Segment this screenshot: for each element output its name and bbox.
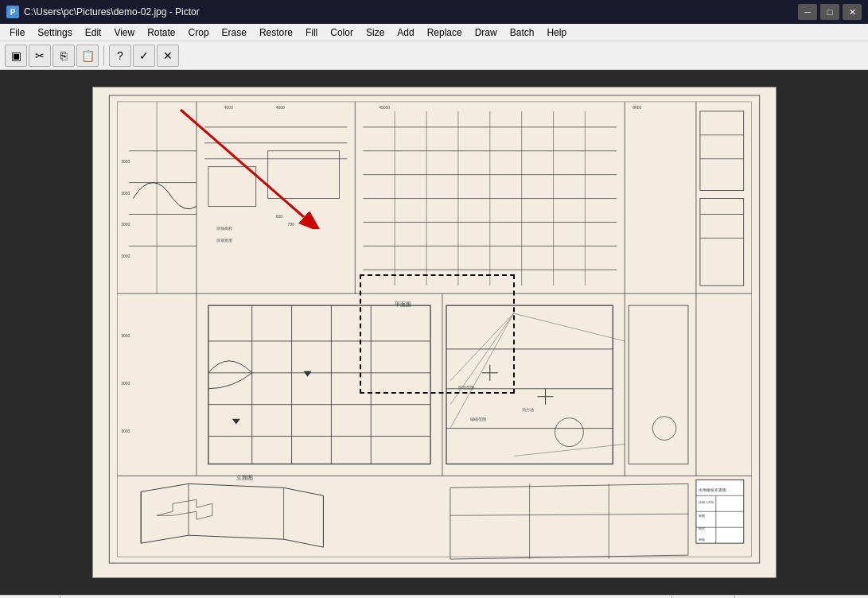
svg-text:坝顶高程: 坝顶高程: [215, 226, 232, 231]
title-text: C:\Users\pc\Pictures\demo-02.jpg - Picto…: [24, 6, 200, 17]
menu-item-restore[interactable]: Restore: [253, 24, 299, 41]
svg-text:审核: 审核: [698, 538, 704, 542]
minimize-button[interactable]: ─: [798, 4, 817, 20]
menu-item-settings[interactable]: Settings: [31, 24, 78, 41]
tool-btn-copy[interactable]: ⎘: [53, 45, 75, 67]
menu-item-fill[interactable]: Fill: [299, 24, 324, 41]
svg-text:3000: 3000: [121, 381, 130, 386]
tool-btn-paste[interactable]: 📋: [76, 45, 99, 67]
svg-text:水闸枢纽布置图: 水闸枢纽布置图: [698, 487, 726, 492]
tool-btn-cut[interactable]: ✂: [29, 45, 51, 67]
svg-text:4000: 4000: [224, 105, 232, 110]
svg-text:比例 1:200: 比例 1:200: [698, 500, 714, 504]
blueprint-image: 水闸枢纽布置图 比例 1:200 制图 校对 审核 平面图 立面图 3000 3…: [93, 87, 776, 577]
tool-btn-cancel[interactable]: ✕: [157, 45, 179, 67]
maximize-button[interactable]: □: [820, 4, 839, 20]
svg-text:校对: 校对: [697, 526, 704, 530]
toolbar: ▣✂⎘📋?✓✕: [0, 41, 868, 70]
svg-rect-0: [93, 87, 775, 577]
svg-text:8000: 8000: [633, 105, 641, 110]
tool-btn-check[interactable]: ✓: [133, 45, 155, 67]
svg-text:3000: 3000: [121, 429, 130, 433]
menu-bar: FileSettingsEditViewRotateCropEraseResto…: [0, 24, 868, 41]
menu-item-erase[interactable]: Erase: [216, 24, 253, 41]
image-container: 水闸枢纽布置图 比例 1:200 制图 校对 审核 平面图 立面图 3000 3…: [92, 87, 777, 578]
close-button[interactable]: ✕: [843, 4, 862, 20]
toolbar-separator: [103, 46, 104, 65]
svg-text:600: 600: [275, 214, 282, 219]
svg-text:铺砌范围: 铺砌范围: [469, 417, 485, 421]
svg-text:消力池: 消力池: [521, 407, 533, 412]
svg-text:坝顶宽度: 坝顶宽度: [215, 238, 232, 243]
canvas-area: 水闸枢纽布置图 比例 1:200 制图 校对 审核 平面图 立面图 3000 3…: [0, 70, 868, 595]
menu-item-crop[interactable]: Crop: [182, 24, 216, 41]
svg-text:3000: 3000: [121, 222, 130, 227]
svg-text:3000: 3000: [121, 333, 130, 338]
svg-text:700: 700: [287, 222, 294, 227]
title-bar-left: P C:\Users\pc\Pictures\demo-02.jpg - Pic…: [6, 6, 200, 18]
menu-item-replace[interactable]: Replace: [421, 24, 469, 41]
svg-text:3000: 3000: [121, 254, 130, 258]
svg-text:制图: 制图: [698, 514, 704, 518]
menu-item-draw[interactable]: Draw: [469, 24, 504, 41]
svg-text:3000: 3000: [121, 159, 130, 164]
menu-item-batch[interactable]: Batch: [504, 24, 541, 41]
svg-text:立面图: 立面图: [235, 475, 252, 480]
app-icon: P: [6, 6, 19, 18]
menu-item-help[interactable]: Help: [540, 24, 573, 41]
svg-text:45000: 45000: [379, 105, 390, 110]
tool-btn-help[interactable]: ?: [109, 45, 131, 67]
menu-item-color[interactable]: Color: [324, 24, 360, 41]
menu-item-rotate[interactable]: Rotate: [141, 24, 181, 41]
menu-item-add[interactable]: Add: [391, 24, 420, 41]
status-bar: Ready Select 696x521 (1307,962)-(2003,14…: [0, 595, 868, 598]
title-bar: P C:\Users\pc\Pictures\demo-02.jpg - Pic…: [0, 0, 868, 24]
window-controls: ─ □ ✕: [798, 4, 862, 20]
menu-item-edit[interactable]: Edit: [79, 24, 108, 41]
menu-item-view[interactable]: View: [107, 24, 141, 41]
svg-text:平面图: 平面图: [395, 301, 411, 307]
svg-text:3000: 3000: [121, 191, 130, 196]
menu-item-size[interactable]: Size: [360, 24, 391, 41]
tool-btn-select[interactable]: ▣: [5, 45, 27, 67]
menu-item-file[interactable]: File: [3, 24, 31, 41]
svg-text:4000: 4000: [275, 105, 284, 110]
svg-text:护坦范围: 护坦范围: [457, 385, 473, 390]
